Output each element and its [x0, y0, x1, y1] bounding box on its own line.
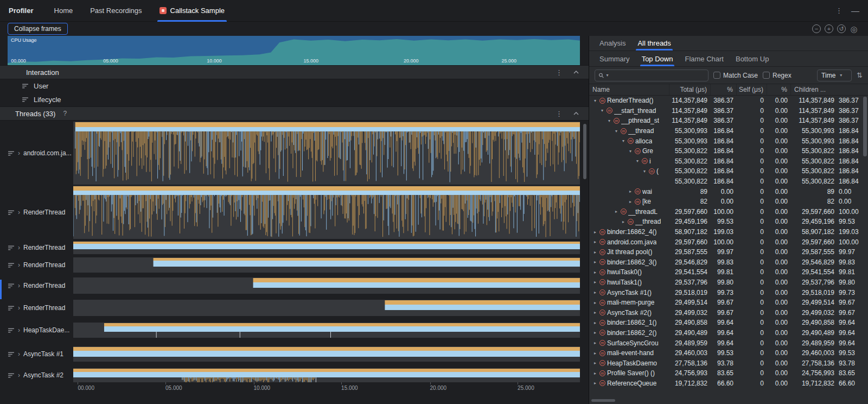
thread-trace[interactable]: [73, 257, 580, 273]
column-total-pct[interactable]: %: [711, 84, 737, 95]
chevron-right-icon[interactable]: ▸: [592, 381, 598, 386]
expand-chevron-icon[interactable]: ›: [18, 149, 20, 157]
thread-row[interactable]: ›RenderThread: [0, 241, 589, 254]
thread-label[interactable]: ›AsyncTask #1: [0, 346, 73, 362]
sort-order-icon[interactable]: ⇅: [857, 71, 863, 79]
search-box[interactable]: ▾: [595, 70, 709, 81]
tab-bottom-up[interactable]: Bottom Up: [730, 51, 775, 66]
tab-callstack-sample[interactable]: Callstack Sample: [152, 0, 232, 22]
thread-label[interactable]: ›RenderThread: [0, 300, 73, 316]
thread-label[interactable]: ›AsyncTask #2: [0, 368, 73, 382]
kebab-menu-icon[interactable]: ⋮: [835, 7, 843, 15]
regex-checkbox[interactable]: [763, 72, 770, 79]
threads-kebab-icon[interactable]: ⋮: [556, 110, 563, 118]
tree-row[interactable]: ▾mi55,300,822186.8400.0055,300,822186.84: [589, 156, 868, 167]
chevron-right-icon[interactable]: ▸: [628, 189, 633, 194]
expand-chevron-icon[interactable]: ›: [18, 282, 20, 289]
search-input[interactable]: [611, 71, 705, 80]
chevron-right-icon[interactable]: ▸: [592, 260, 598, 264]
chevron-right-icon[interactable]: ▸: [592, 300, 598, 305]
thread-trace[interactable]: [73, 186, 580, 239]
tree-row[interactable]: ▸m__threadL29,597,660100.0000.0029,597,6…: [589, 207, 868, 217]
thread-label[interactable]: ›RenderThread: [0, 277, 73, 294]
chevron-down-icon[interactable]: ▾: [607, 118, 612, 123]
chevron-right-icon[interactable]: ▸: [592, 250, 598, 255]
tree-row[interactable]: ▸mhwuiTask0()29,541,55499.8100.0029,541,…: [589, 267, 868, 277]
thread-trace[interactable]: [73, 368, 580, 382]
expand-chevron-icon[interactable]: ›: [18, 326, 20, 334]
thread-row[interactable]: ›RenderThread: [0, 257, 589, 273]
chevron-right-icon[interactable]: ▸: [592, 361, 598, 365]
chevron-right-icon[interactable]: ▸: [614, 209, 619, 214]
tree-row[interactable]: ▾m(55,300,822186.8400.0055,300,822186.84: [589, 166, 868, 176]
tree-row[interactable]: ▸mAsyncTask #2()29,499,03299.6700.0029,4…: [589, 307, 868, 318]
tree-row[interactable]: ▸mbinder:16862_2()29,490,48999.6400.0029…: [589, 328, 868, 338]
thread-trace[interactable]: [73, 346, 580, 362]
tab-all-threads[interactable]: All threads: [631, 36, 676, 50]
thread-row[interactable]: ›android.com.ja...: [0, 122, 589, 185]
tree-row[interactable]: ▾mGre55,300,822186.8400.0055,300,822186.…: [589, 146, 868, 156]
tab-summary[interactable]: Summary: [593, 51, 636, 66]
tree-row[interactable]: ▸mProfile Saver() ()24,756,99383.6500.00…: [589, 368, 868, 378]
interaction-section-header[interactable]: Interaction ⋮: [0, 65, 589, 79]
zoom-in-icon[interactable]: +: [825, 24, 833, 33]
chevron-right-icon[interactable]: ▸: [592, 330, 598, 335]
tab-analysis[interactable]: Analysis: [593, 36, 631, 50]
chevron-down-icon[interactable]: ▾: [599, 108, 605, 113]
thread-row[interactable]: ›AsyncTask #1: [0, 346, 589, 362]
expand-chevron-icon[interactable]: ›: [18, 304, 20, 312]
chevron-down-icon[interactable]: ▾: [614, 129, 619, 134]
thread-row[interactable]: ›HeapTaskDae...: [0, 323, 589, 338]
collapse-section-icon[interactable]: [573, 111, 579, 116]
tree-row[interactable]: ▸m[ke820.0000.00820.00: [589, 197, 868, 207]
chevron-right-icon[interactable]: ▸: [592, 230, 598, 235]
table-vertical-scrollbar[interactable]: [863, 97, 867, 156]
vertical-scrollbar[interactable]: [583, 124, 586, 179]
expand-chevron-icon[interactable]: ›: [18, 209, 20, 216]
attach-to-live-icon[interactable]: ◎: [850, 24, 858, 33]
tab-top-down[interactable]: Top Down: [636, 51, 679, 66]
tab-home[interactable]: Home: [47, 0, 81, 22]
tree-row[interactable]: ▸mbinder:16862_3()29,546,82999.8300.0029…: [589, 257, 868, 268]
cpu-usage-chart[interactable]: CPU Usage 00.00005.00010.00015.00020.000…: [8, 36, 580, 65]
thread-trace[interactable]: [73, 323, 580, 338]
tree-row[interactable]: ▾m__thread55,300,993186.8400.0055,300,99…: [589, 126, 868, 136]
chevron-right-icon[interactable]: ▸: [592, 320, 598, 325]
tree-row[interactable]: ▸mAsyncTask #1()29,518,01999.7300.0029,5…: [589, 287, 868, 298]
table-horizontal-scrollbar[interactable]: [591, 399, 615, 402]
match-case-checkbox[interactable]: [713, 72, 720, 79]
chevron-right-icon[interactable]: ▸: [592, 270, 598, 275]
threads-section-header[interactable]: Threads (33) ? ⋮: [0, 106, 589, 121]
collapse-frames-button[interactable]: Collapse frames: [8, 23, 68, 35]
tree-row[interactable]: ▾malloca55,300,993186.8400.0055,300,9931…: [589, 136, 868, 146]
tree-row[interactable]: ▸m__thread29,459,19699.5300.0029,459,196…: [589, 217, 868, 227]
chevron-right-icon[interactable]: ▸: [592, 371, 598, 376]
chevron-right-icon[interactable]: ▸: [592, 351, 598, 356]
thread-trace[interactable]: [73, 300, 580, 316]
thread-row[interactable]: ›RenderThread: [0, 277, 589, 294]
thread-row[interactable]: ›RenderThread: [0, 186, 589, 239]
time-dropdown[interactable]: Time ▾: [817, 70, 852, 81]
thread-trace[interactable]: [73, 122, 580, 185]
expand-chevron-icon[interactable]: ›: [18, 261, 20, 269]
minimize-icon[interactable]: —: [851, 6, 859, 15]
tree-row[interactable]: ▸mReferenceQueue19,712,83266.6000.0019,7…: [589, 378, 868, 389]
tree-row[interactable]: ▸mmali-mem-purge29,499,51499.6700.0029,4…: [589, 298, 868, 308]
chevron-right-icon[interactable]: ▸: [592, 310, 598, 315]
chevron-down-icon[interactable]: ▾: [592, 98, 598, 103]
tree-row[interactable]: ▸mandroid.com.java29,597,660100.0000.002…: [589, 237, 868, 247]
tree-row[interactable]: ▸mhwuiTask1()29,537,79699.8000.0029,537,…: [589, 277, 868, 288]
interaction-row-lifecycle[interactable]: Lifecycle: [0, 93, 589, 106]
help-icon[interactable]: ?: [63, 110, 67, 117]
thread-row[interactable]: ›RenderThread: [0, 300, 589, 316]
tree-row[interactable]: ▸mHeapTaskDaemo27,758,13693.7800.0027,75…: [589, 358, 868, 368]
tree-row[interactable]: 55,300,822186.8400.0055,300,822186.84: [589, 176, 868, 187]
thread-trace[interactable]: [73, 241, 580, 254]
expand-chevron-icon[interactable]: ›: [18, 350, 20, 358]
column-self[interactable]: Self (μs): [737, 84, 767, 95]
column-total[interactable]: Total (μs): [669, 84, 711, 95]
chevron-right-icon[interactable]: ▸: [592, 280, 598, 285]
expand-chevron-icon[interactable]: ›: [18, 371, 20, 379]
zoom-out-icon[interactable]: −: [812, 24, 821, 33]
collapse-section-icon[interactable]: [573, 70, 579, 74]
